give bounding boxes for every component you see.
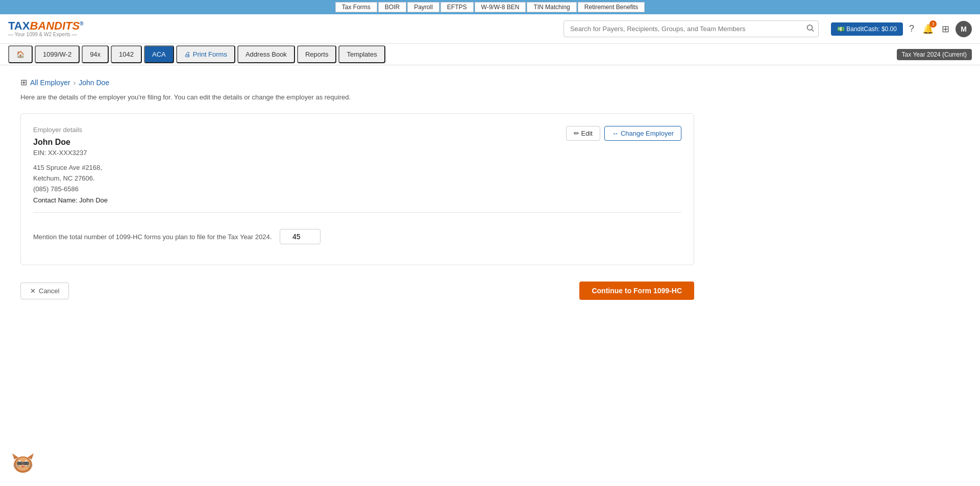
grid-icon: ⊞ xyxy=(942,24,949,34)
continue-button[interactable]: Continue to Form 1099-HC xyxy=(579,282,694,300)
nav-aca[interactable]: ACA xyxy=(144,45,174,63)
apps-button[interactable]: ⊞ xyxy=(940,21,951,37)
notifications-button[interactable]: 🔔 3 xyxy=(920,21,936,37)
logo-text: TAXBANDITS® xyxy=(8,20,90,32)
phone: (085) 785-6586 xyxy=(33,184,108,195)
page-description: Here are the details of the employer you… xyxy=(20,93,694,101)
employer-card-header: Employer details John Doe EIN: XX-XXX323… xyxy=(33,126,681,204)
nav-reports[interactable]: Reports xyxy=(297,45,337,63)
bandit-cash-icon: 💵 xyxy=(837,25,845,33)
top-nav-tax-forms[interactable]: Tax Forms xyxy=(335,2,377,12)
contact-name: Contact Name: John Doe xyxy=(33,196,108,204)
header-actions: 💵 BanditCash: $0.00 ? 🔔 3 ⊞ M xyxy=(831,21,972,37)
form-count-label: Mention the total number of 1099-HC form… xyxy=(33,233,272,241)
breadcrumb-separator: › xyxy=(74,79,76,87)
search-icon-button[interactable] xyxy=(806,24,815,34)
breadcrumb-icon: ⊞ xyxy=(20,78,27,87)
employer-details-label: Employer details xyxy=(33,126,108,134)
address-line1: 415 Spruce Ave #2168, xyxy=(33,163,108,173)
search-bar xyxy=(564,20,819,37)
employer-info: Employer details John Doe EIN: XX-XXX323… xyxy=(33,126,108,204)
svg-line-1 xyxy=(812,30,814,32)
main-content: ⊞ All Employer › John Doe Here are the d… xyxy=(0,65,715,312)
change-icon: ↔ xyxy=(612,130,619,137)
nav-94x[interactable]: 94x xyxy=(82,45,109,63)
change-employer-button[interactable]: ↔ Change Employer xyxy=(604,126,681,141)
nav-1042[interactable]: 1042 xyxy=(111,45,142,63)
bandit-cash-button[interactable]: 💵 BanditCash: $0.00 xyxy=(831,22,903,36)
search-input[interactable] xyxy=(564,20,819,37)
nav-templates[interactable]: Templates xyxy=(338,45,385,63)
employer-ein: EIN: XX-XXX3237 xyxy=(33,149,108,157)
top-nav-payroll[interactable]: Payroll xyxy=(407,2,439,12)
cancel-icon: ✕ xyxy=(30,287,36,295)
notification-badge: 3 xyxy=(929,20,937,28)
employer-card: Employer details John Doe EIN: XX-XXX323… xyxy=(20,113,694,265)
print-icon: 🖨 xyxy=(184,50,191,58)
contact-name-value: John Doe xyxy=(79,196,108,204)
nav-address-book[interactable]: Address Book xyxy=(237,45,295,63)
help-icon: ? xyxy=(909,23,914,34)
edit-icon: ✏ xyxy=(574,130,579,137)
top-nav-eftps[interactable]: EFTPS xyxy=(440,2,474,12)
edit-button[interactable]: ✏ Edit xyxy=(566,126,600,141)
avatar[interactable]: M xyxy=(955,21,972,37)
top-nav-retirement[interactable]: Retirement Benefits xyxy=(578,2,645,12)
breadcrumb-all-employer[interactable]: All Employer xyxy=(30,79,70,87)
help-button[interactable]: ? xyxy=(907,21,916,36)
tax-year-badge: Tax Year 2024 (Current) xyxy=(897,49,972,60)
divider xyxy=(33,212,681,213)
top-nav: Tax Forms BOIR Payroll EFTPS W-9/W-8 BEN… xyxy=(0,0,980,14)
cancel-button[interactable]: ✕ Cancel xyxy=(20,283,69,299)
secondary-nav: 🏠 1099/W-2 94x 1042 ACA 🖨 Print Forms Ad… xyxy=(0,44,980,65)
employer-address: 415 Spruce Ave #2168, Ketchum, NC 27606.… xyxy=(33,163,108,194)
top-nav-w9[interactable]: W-9/W-8 BEN xyxy=(475,2,526,12)
breadcrumb-current: John Doe xyxy=(79,79,109,87)
top-nav-boir[interactable]: BOIR xyxy=(378,2,406,12)
svg-point-0 xyxy=(807,25,812,30)
top-nav-tin-matching[interactable]: TIN Matching xyxy=(527,2,576,12)
nav-home[interactable]: 🏠 xyxy=(8,45,33,63)
header: TAXBANDITS® — Your 1099 & W2 Experts — 💵… xyxy=(0,14,980,44)
search-icon xyxy=(806,24,815,32)
address-line2: Ketchum, NC 27606. xyxy=(33,173,108,184)
logo: TAXBANDITS® — Your 1099 & W2 Experts — xyxy=(8,20,90,37)
nav-1099-w2[interactable]: 1099/W-2 xyxy=(35,45,80,63)
logo-tagline: — Your 1099 & W2 Experts — xyxy=(8,32,90,37)
form-count-section: Mention the total number of 1099-HC form… xyxy=(33,221,681,252)
breadcrumb: ⊞ All Employer › John Doe xyxy=(20,78,694,87)
bottom-actions: ✕ Cancel Continue to Form 1099-HC xyxy=(20,277,694,300)
nav-print-forms[interactable]: 🖨 Print Forms xyxy=(176,45,235,63)
form-count-input[interactable] xyxy=(280,229,321,244)
employer-name: John Doe xyxy=(33,138,108,147)
card-actions: ✏ Edit ↔ Change Employer xyxy=(566,126,681,141)
